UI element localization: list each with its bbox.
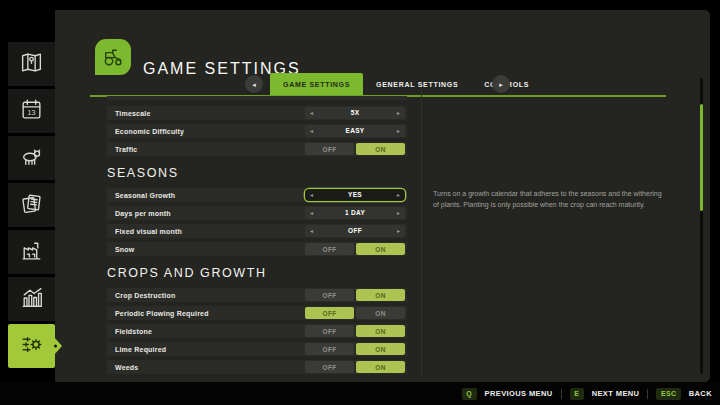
selector-next-icon[interactable]: ▸ (397, 192, 400, 198)
sidebar-item-animals[interactable] (8, 136, 55, 180)
selector-value-timescale: 5X (305, 107, 405, 119)
tractor-icon (95, 39, 131, 75)
toggle-periodic-plowing-required: OFFON (305, 307, 405, 319)
setting-control-seasonal-growth: ◂YES▸ (305, 189, 405, 201)
setting-control-economic-difficulty: ◂EASY▸ (305, 125, 405, 137)
contracts-icon (19, 191, 44, 220)
selector-prev-icon[interactable]: ◂ (310, 128, 313, 134)
key-badge-q: Q (462, 388, 477, 400)
setting-row-traffic: TrafficOFFON (107, 142, 407, 156)
selector-next-icon[interactable]: ▸ (397, 110, 400, 116)
selector-value-seasonal-growth: YES (305, 189, 405, 201)
calendar-icon: 13 (19, 97, 44, 126)
active-notch-dot (54, 345, 57, 348)
selector-timescale[interactable]: ◂5X▸ (305, 107, 405, 119)
toggle-snow: OFFON (305, 243, 405, 255)
setting-label-snow: Snow (115, 246, 134, 253)
setting-control-lime-required: OFFON (305, 343, 405, 355)
selector-seasonal-growth[interactable]: ◂YES▸ (305, 189, 405, 201)
svg-text:13: 13 (27, 107, 35, 116)
setting-label-lime-required: Lime Required (115, 346, 166, 353)
setting-row-fixed-visual-month: Fixed visual month◂OFF▸ (107, 224, 407, 238)
toggle-traffic: OFFON (305, 143, 405, 155)
selector-economic-difficulty[interactable]: ◂EASY▸ (305, 125, 405, 137)
toggle-on-snow[interactable]: ON (356, 243, 405, 255)
setting-row-snow: SnowOFFON (107, 242, 407, 256)
toggle-off-snow[interactable]: OFF (305, 243, 354, 255)
setting-row-seasonal-growth: Seasonal Growth◂YES▸ (107, 188, 407, 202)
toggle-on-periodic-plowing-required[interactable]: ON (356, 307, 405, 319)
setting-row-crop-destruction: Crop DestructionOFFON (107, 288, 407, 302)
toggle-off-lime-required[interactable]: OFF (305, 343, 354, 355)
selector-days-per-month[interactable]: ◂1 DAY▸ (305, 207, 405, 219)
toggle-on-fieldstone[interactable]: ON (356, 325, 405, 337)
sidebar-item-production[interactable] (8, 230, 55, 274)
key-badge-e: E (570, 388, 584, 400)
selector-prev-icon[interactable]: ◂ (310, 228, 313, 234)
toggle-off-fieldstone[interactable]: OFF (305, 325, 354, 337)
settings-list: Timescale◂5X▸Economic Difficulty◂EASY▸Tr… (107, 96, 407, 378)
toggle-off-weeds[interactable]: OFF (305, 361, 354, 373)
tab-game-settings[interactable]: GAME SETTINGS (270, 73, 363, 96)
toggle-on-crop-destruction[interactable]: ON (356, 289, 405, 301)
production-icon (19, 238, 44, 267)
setting-label-fieldstone: Fieldstone (115, 328, 152, 335)
footer-divider (561, 389, 562, 399)
toggle-on-lime-required[interactable]: ON (356, 343, 405, 355)
sidebar-item-map[interactable] (8, 42, 55, 86)
content-divider (421, 90, 422, 376)
setting-control-fieldstone: OFFON (305, 325, 405, 337)
selector-next-icon[interactable]: ▸ (397, 228, 400, 234)
selector-next-icon[interactable]: ▸ (397, 210, 400, 216)
sidebar-item-statistics[interactable] (8, 277, 55, 321)
map-icon (19, 50, 44, 79)
selector-next-icon[interactable]: ▸ (397, 128, 400, 134)
setting-row-periodic-plowing-required: Periodic Plowing RequiredOFFON (107, 306, 407, 320)
game-settings-panel: GAME SETTINGS ◂ GAME SETTINGSGENERAL SET… (55, 10, 710, 382)
tab-general-settings[interactable]: GENERAL SETTINGS (363, 73, 471, 96)
tab-prev-button[interactable]: ◂ (245, 75, 263, 93)
setting-row-economic-difficulty: Economic Difficulty◂EASY▸ (107, 124, 407, 138)
selector-fixed-visual-month[interactable]: ◂OFF▸ (305, 225, 405, 237)
setting-label-traffic: Traffic (115, 146, 137, 153)
footer-action-previous-menu[interactable]: PREVIOUS MENU (485, 389, 553, 398)
toggle-off-crop-destruction[interactable]: OFF (305, 289, 354, 301)
selector-value-economic-difficulty: EASY (305, 125, 405, 137)
footer-action-back[interactable]: BACK (689, 389, 712, 398)
setting-label-economic-difficulty: Economic Difficulty (115, 128, 184, 135)
selector-prev-icon[interactable]: ◂ (310, 110, 313, 116)
setting-control-periodic-plowing-required: OFFON (305, 307, 405, 319)
setting-label-crop-destruction: Crop Destruction (115, 292, 175, 299)
setting-control-timescale: ◂5X▸ (305, 107, 405, 119)
toggle-crop-destruction: OFFON (305, 289, 405, 301)
sidebar-item-calendar[interactable]: 13 (8, 89, 55, 133)
toggle-on-weeds[interactable]: ON (356, 361, 405, 373)
footer-keybar: QPREVIOUS MENUENEXT MENUESCBACK (0, 382, 720, 405)
footer-action-next-menu[interactable]: NEXT MENU (592, 389, 640, 398)
toggle-on-traffic[interactable]: ON (356, 143, 405, 155)
toggle-off-traffic[interactable]: OFF (305, 143, 354, 155)
selector-prev-icon[interactable]: ◂ (310, 210, 313, 216)
toggle-off-periodic-plowing-required[interactable]: OFF (305, 307, 354, 319)
setting-description: Turns on a growth calendar that adheres … (433, 188, 667, 210)
sidebar: 13 (8, 42, 55, 368)
setting-control-traffic: OFFON (305, 143, 405, 155)
setting-control-weeds: OFFON (305, 361, 405, 373)
selector-prev-icon[interactable]: ◂ (310, 192, 313, 198)
setting-control-fixed-visual-month: ◂OFF▸ (305, 225, 405, 237)
setting-label-weeds: Weeds (115, 364, 138, 371)
clipped-row-above (107, 96, 407, 100)
selector-value-fixed-visual-month: OFF (305, 225, 405, 237)
scrollbar-thumb[interactable] (700, 104, 703, 211)
sidebar-item-contracts[interactable] (8, 183, 55, 227)
setting-row-lime-required: Lime RequiredOFFON (107, 342, 407, 356)
setting-label-periodic-plowing-required: Periodic Plowing Required (115, 310, 209, 317)
setting-label-fixed-visual-month: Fixed visual month (115, 228, 182, 235)
section-title-crops-and-growth: CROPS AND GROWTH (107, 266, 407, 280)
setting-row-timescale: Timescale◂5X▸ (107, 106, 407, 120)
setting-label-seasonal-growth: Seasonal Growth (115, 192, 175, 199)
tab-next-button[interactable]: ▸ (492, 75, 510, 93)
sidebar-item-settings[interactable] (8, 324, 55, 368)
toggle-fieldstone: OFFON (305, 325, 405, 337)
toggle-weeds: OFFON (305, 361, 405, 373)
